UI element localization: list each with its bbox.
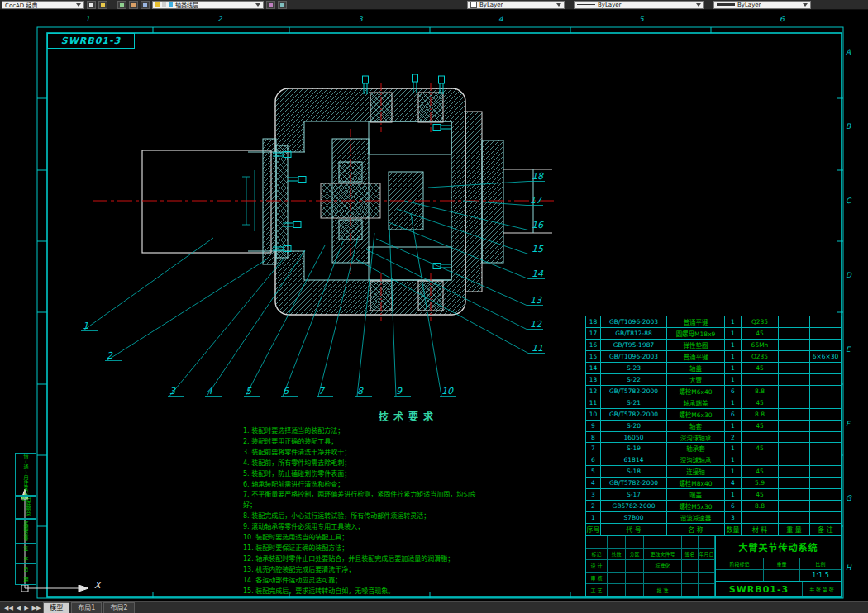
chevron-down-icon xyxy=(76,3,81,7)
layer-dropdown[interactable]: 轴类线层 xyxy=(152,1,264,9)
tab-model[interactable]: 模型 xyxy=(43,602,69,613)
bom-qty: 4 xyxy=(725,478,742,489)
bom-name: 谐波减速器 xyxy=(667,512,725,524)
bom-code: GB/T1096-2003 xyxy=(601,351,667,363)
title-block-signoff: 标记 处数 分区 更改文件号 签名 年月日 设 计 标准化 审 核 工 艺 xyxy=(586,536,716,596)
zone-col-label: 3 xyxy=(358,15,363,23)
chevron-down-icon xyxy=(696,3,701,7)
bom-no: 13 xyxy=(586,374,601,386)
bom-name: 螺栓M5x30 xyxy=(667,501,725,512)
bom-remark xyxy=(810,386,842,397)
tech-item: 2. 装配时要用正确的装配工具； xyxy=(243,437,484,448)
bom-weight xyxy=(779,340,810,351)
layer-previous-icon[interactable] xyxy=(278,1,287,9)
tech-item: 8. 装配完成后，小心进行运转试验，所有传动部件须运转灵活； xyxy=(243,511,484,522)
plot-icon[interactable] xyxy=(129,1,138,9)
table-row: 13S-22大臂1 xyxy=(586,374,842,386)
tech-item: 4. 装配前，所有零件均需去除毛刺； xyxy=(243,459,484,469)
callout-label: 2 xyxy=(107,350,112,361)
bom-qty: 1 xyxy=(725,489,742,501)
bom-no: 9 xyxy=(586,421,601,432)
bom-qty: 1 xyxy=(725,466,742,478)
bom-weight xyxy=(779,409,810,421)
table-row: 3S-17端盖145 xyxy=(586,489,842,501)
bom-code: GB/T1096-2003 xyxy=(601,316,667,328)
tab-nav-last[interactable]: ▶▶ xyxy=(31,605,42,611)
zone-row-label: D xyxy=(846,271,851,279)
bom-weight xyxy=(779,328,810,340)
new-file-icon[interactable] xyxy=(87,1,96,9)
side-block-old-original: 旧底图总号 xyxy=(15,496,36,519)
bom-name: 连接轴 xyxy=(667,466,725,478)
tb-scale-value: 1:1.5 xyxy=(800,570,841,581)
bom-remark xyxy=(810,409,842,421)
table-row: 12GB/T5782-2000螺栓M6x4068.8 xyxy=(586,386,842,397)
bom-qty: 1 xyxy=(725,363,742,374)
tab-layout2[interactable]: 布局2 xyxy=(103,602,134,613)
zone-row-label: A xyxy=(846,48,851,56)
bom-name: 端盖 xyxy=(667,489,725,501)
bom-material: Q235 xyxy=(742,316,779,328)
color-dropdown[interactable]: ByLayer xyxy=(467,1,565,9)
table-row: 15GB/T1096-2003普通平键1Q2356×6×30 xyxy=(586,351,842,363)
bom-code: S-21 xyxy=(601,397,667,409)
zone-row-label: G xyxy=(846,494,851,502)
bom-code: 61814 xyxy=(601,454,667,466)
lineweight-label: ByLayer xyxy=(737,2,761,8)
bom-qty: 3 xyxy=(725,512,742,524)
bom-material: Q235 xyxy=(742,351,779,363)
layer-lock-icon xyxy=(169,2,173,7)
layer-properties-icon[interactable] xyxy=(266,1,275,9)
bom-qty: 1 xyxy=(725,328,742,340)
bom-weight xyxy=(779,501,810,512)
bom-code: GB/T5782-2000 xyxy=(601,409,667,421)
bom-name: 轴盖 xyxy=(667,363,725,374)
layers-icon[interactable] xyxy=(141,1,150,9)
callout-label: 9 xyxy=(396,386,402,397)
chevron-down-icon xyxy=(803,3,808,7)
table-row: 816050深沟球轴承2 xyxy=(586,432,842,444)
bom-weight xyxy=(779,386,810,397)
bom-no: 10 xyxy=(586,409,601,421)
bom-code: S-22 xyxy=(601,374,667,386)
linetype-dropdown[interactable]: ByLayer xyxy=(574,1,704,9)
bom-material: 45 xyxy=(742,443,779,454)
table-row: 661814深沟球轴承1 xyxy=(586,454,842,466)
bom-name: 深沟球轴承 xyxy=(667,432,725,444)
side-block-signature: 签 字 xyxy=(15,544,36,563)
tb-scale-label: 比例 xyxy=(800,558,841,569)
bom-weight xyxy=(779,363,810,374)
bom-no: 7 xyxy=(586,443,601,454)
callout-label: 14 xyxy=(532,268,543,279)
bom-qty: 1 xyxy=(725,340,742,351)
save-file-icon[interactable] xyxy=(117,1,126,9)
tab-nav-prev[interactable]: ◀ xyxy=(16,605,21,611)
bom-material: 45 xyxy=(742,363,779,374)
tab-nav-next[interactable]: ▶ xyxy=(23,605,29,611)
bom-remark xyxy=(810,397,842,409)
bom-name: 弹性垫圈 xyxy=(667,340,725,351)
bom-remark xyxy=(810,363,842,374)
table-row: 1S7B00谐波减速器3 xyxy=(586,512,842,524)
bom-weight xyxy=(779,316,810,328)
open-file-icon[interactable] xyxy=(98,1,107,9)
workspace-dropdown[interactable]: CocAD 经典 xyxy=(2,1,84,9)
callout-label: 7 xyxy=(318,386,324,397)
tb-role-check: 审 核 xyxy=(586,573,608,585)
layout-tab-bar: ◀◀ ◀ ▶ ▶▶ 模型 布局1 布局2 xyxy=(0,601,868,613)
bom-weight xyxy=(779,397,810,409)
assembly-drawing xyxy=(142,74,552,315)
bom-header-code: 代 号 xyxy=(601,524,667,535)
bom-remark xyxy=(810,454,842,466)
bom-code: S-19 xyxy=(601,443,667,454)
bom-code: GB/T95-1987 xyxy=(601,340,667,351)
table-row: 10GB/T5782-2000螺栓M6x3068.8 xyxy=(586,409,842,421)
lineweight-dropdown[interactable]: ByLayer xyxy=(713,1,811,9)
bom-remark xyxy=(810,328,842,340)
table-row: 17GB/T812-88圆螺母M18x9145 xyxy=(586,328,842,340)
tab-nav-first[interactable]: ◀◀ xyxy=(3,605,14,611)
bom-material: 65Mn xyxy=(742,340,779,351)
bom-material xyxy=(742,512,779,524)
tab-layout1[interactable]: 布局1 xyxy=(71,602,102,613)
tb-label: 标记 xyxy=(586,549,608,561)
